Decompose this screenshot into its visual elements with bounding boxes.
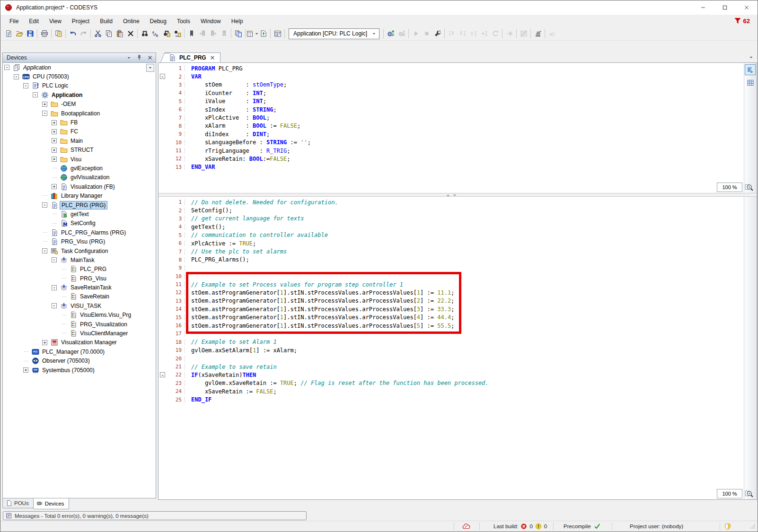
code-line-5[interactable]: 5// communication to controller availabl… xyxy=(159,231,757,239)
panel-close-icon[interactable] xyxy=(147,55,153,61)
build-button[interactable] xyxy=(272,28,283,39)
close-button[interactable] xyxy=(736,0,758,15)
expand-icon[interactable]: + xyxy=(42,340,47,345)
code-line-6[interactable]: 6 sIndex : STRING; xyxy=(159,105,757,113)
maximize-button[interactable] xyxy=(714,0,736,15)
collapse-icon[interactable]: - xyxy=(52,257,57,262)
code-line-5[interactable]: 5 iValue : INT; xyxy=(159,97,757,105)
visualization-toolbar-button[interactable] xyxy=(532,28,543,39)
tree-item-application[interactable]: -Application xyxy=(3,90,156,99)
tab-close-icon[interactable] xyxy=(210,55,215,61)
active-application-combo[interactable]: Application [CPU: PLC Logic] xyxy=(289,28,379,39)
notification-badge[interactable]: 62 xyxy=(734,17,758,25)
tree-item-prg-visualization[interactable]: PRG_Visualization xyxy=(3,320,156,329)
code-line-23[interactable]: 23 gvlOem.xSaveRetain := TRUE; // Flag i… xyxy=(159,379,757,387)
start-button[interactable] xyxy=(410,28,421,39)
code-line-21[interactable]: 21// Example to save retain xyxy=(159,363,757,371)
bottom-tab-devices[interactable]: Devices xyxy=(33,498,69,509)
code-line-9[interactable]: 9 diIndex : DINT; xyxy=(159,130,757,138)
tree-item-observer-705003[interactable]: Observer (705003) xyxy=(3,357,156,366)
simulation-button[interactable] xyxy=(518,28,529,39)
code-line-24[interactable]: 24 xSaveRetain := FALSE; xyxy=(159,387,757,395)
find-button[interactable] xyxy=(139,28,150,39)
menu-item-tools[interactable]: Tools xyxy=(172,16,195,26)
tree-item-plc-prg-alarms-prg[interactable]: PLC_PRG_Alarms (PRG) xyxy=(3,228,156,237)
copy-special-button[interactable] xyxy=(53,28,64,39)
logout-button[interactable] xyxy=(396,28,407,39)
expand-icon[interactable]: + xyxy=(52,120,57,125)
menu-item-edit[interactable]: Edit xyxy=(24,16,44,26)
flow-control-button[interactable] xyxy=(504,28,515,39)
combo-dropdown-icon[interactable] xyxy=(372,32,376,36)
bookmark-next-button[interactable] xyxy=(208,28,219,39)
code-line-1[interactable]: 1// Do not delete. Needed for configurat… xyxy=(159,198,757,206)
tree-item-systembus-705000[interactable]: +Systembus (705000) xyxy=(3,366,156,375)
tree-item-prg-visu[interactable]: PRG_Visu xyxy=(3,274,156,283)
find-in-project-button[interactable] xyxy=(161,28,172,39)
code-line-3[interactable]: 3// get current language for texts xyxy=(159,215,757,223)
expand-icon[interactable]: + xyxy=(52,148,57,153)
menu-item-window[interactable]: Window xyxy=(195,16,226,26)
undo-button[interactable] xyxy=(67,28,78,39)
minimize-button[interactable] xyxy=(692,0,714,15)
syntax-check-button[interactable] xyxy=(546,28,557,39)
tree-item-struct[interactable]: +STRUCT xyxy=(3,146,156,155)
menu-item-project[interactable]: Project xyxy=(67,16,95,26)
panel-dropdown-icon[interactable] xyxy=(127,56,131,60)
code-line-7[interactable]: 7 xPlcActive : BOOL; xyxy=(159,113,757,122)
tab-list-dropdown-icon[interactable] xyxy=(749,55,753,60)
tree-item-saveretaintask[interactable]: -SaveRetainTask xyxy=(3,283,156,292)
code-line-9[interactable]: 9 xyxy=(159,264,757,272)
tree-item-setconfig[interactable]: MSetConfig xyxy=(3,219,156,228)
code-line-8[interactable]: 8PLC_PRG_Alarms(); xyxy=(159,256,757,264)
editor-splitter[interactable] xyxy=(159,193,757,197)
code-line-18[interactable]: 18// Example to set Alarm 1 xyxy=(159,338,757,346)
tree-item-saveretain[interactable]: SaveRetain xyxy=(3,292,156,301)
declaration-pane[interactable]: 1PROGRAM PLC_PRG-2VAR3 stOem : stOemType… xyxy=(159,63,757,193)
copy-button[interactable] xyxy=(103,28,114,39)
tree-item-plc-prg[interactable]: PLC_PRG xyxy=(3,265,156,274)
implementation-zoom-level[interactable]: 100 % xyxy=(717,489,742,498)
tabular-view-button[interactable] xyxy=(745,77,756,88)
expand-icon[interactable]: + xyxy=(52,157,57,162)
new-object-button[interactable] xyxy=(247,28,258,39)
tree-item-gettext[interactable]: AgetText xyxy=(3,209,156,218)
code-line-20[interactable]: 20 xyxy=(159,354,757,362)
code-line-10[interactable]: 10 sLanguageBefore : STRING := ''; xyxy=(159,139,757,147)
paste-button[interactable] xyxy=(114,28,125,39)
collapse-icon[interactable]: - xyxy=(4,65,9,70)
collapse-icon[interactable]: - xyxy=(33,92,38,97)
redo-button[interactable] xyxy=(78,28,89,39)
bottom-tab-pous[interactable]: POUs xyxy=(2,498,34,508)
code-line-6[interactable]: 6xPlcActive := TRUE; xyxy=(159,239,757,247)
implementation-pane[interactable]: 1// Do not delete. Needed for configurat… xyxy=(159,197,757,499)
stop-button[interactable] xyxy=(421,28,432,39)
declaration-zoom-icon[interactable] xyxy=(743,183,755,192)
tree-item-prg-visu-prg[interactable]: PRG_Visu (PRG) xyxy=(3,237,156,246)
collapse-icon[interactable]: - xyxy=(42,248,47,253)
bookmark-prev-button[interactable] xyxy=(197,28,208,39)
code-line-7[interactable]: 7// Use the plc to set alarms xyxy=(159,247,757,255)
pin-icon[interactable] xyxy=(136,54,142,61)
user-management[interactable] xyxy=(724,521,731,532)
tree-item-library-manager[interactable]: Library Manager xyxy=(3,191,156,200)
cut-button[interactable] xyxy=(92,28,103,39)
open-file-button[interactable] xyxy=(14,28,25,39)
code-line-19[interactable]: 19gvlOem.axSetAlarm[1] := xAlarm; xyxy=(159,346,757,354)
tree-item-cpu-705003[interactable]: -CPUCPU (705003) xyxy=(3,72,156,81)
replace-in-project-button[interactable] xyxy=(172,28,183,39)
tree-item-oem[interactable]: +-OEM xyxy=(3,100,156,109)
tree-item-visualization-manager[interactable]: +Visualization Manager xyxy=(3,338,156,347)
new-file-button[interactable] xyxy=(3,28,14,39)
tab-plc-prg[interactable]: PLC_PRG xyxy=(165,52,220,62)
code-line-8[interactable]: 8 xAlarm : BOOL := FALSE; xyxy=(159,122,757,130)
code-line-12[interactable]: 12 xSaveRetain: BOOL:=FALSE; xyxy=(159,155,757,163)
code-line-3[interactable]: 3 stOem : stOemType; xyxy=(159,81,757,89)
multi-paste-button[interactable] xyxy=(233,28,244,39)
bookmark-toggle-button[interactable] xyxy=(186,28,197,39)
code-line-13[interactable]: 13END_VAR xyxy=(159,163,757,171)
expand-icon[interactable]: + xyxy=(42,102,47,107)
replace-button[interactable]: AB xyxy=(150,28,161,39)
menu-item-file[interactable]: File xyxy=(4,16,24,26)
expand-icon[interactable]: + xyxy=(52,129,57,134)
